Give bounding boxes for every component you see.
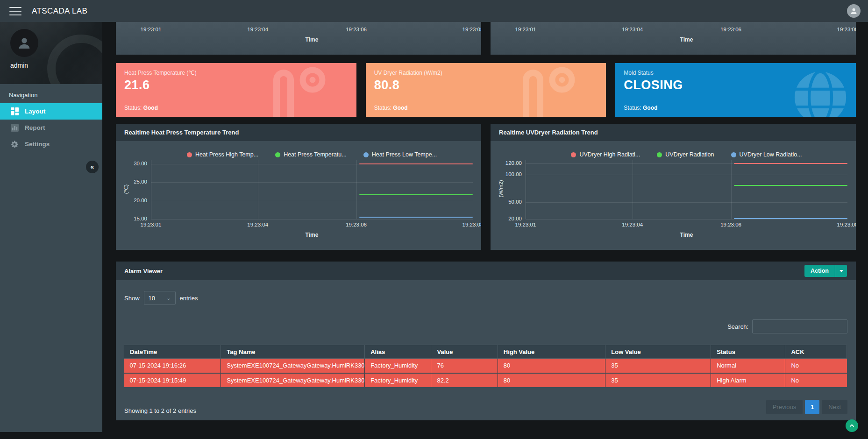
sidebar-collapse-button[interactable]: « <box>86 161 99 173</box>
legend-item[interactable]: Heat Press Low Tempe... <box>363 151 437 158</box>
alarm-cell: Normal <box>711 359 785 373</box>
x-axis-title: Time <box>680 232 693 238</box>
chevron-down-icon: ⌄ <box>166 295 171 301</box>
show-label: Show <box>124 295 140 302</box>
legend-label: UVDryer Radiation <box>665 151 714 158</box>
legend-item[interactable]: UVDryer Low Radiatio... <box>731 151 802 158</box>
trend-panel-title: Realtime Heat Press Temperature Trend <box>124 129 239 136</box>
trend-panel-2: Realtime UVDryer Radiation TrendUVDryer … <box>491 124 856 250</box>
search-input[interactable] <box>752 319 847 333</box>
y-tick-label: 30.00 <box>118 161 147 166</box>
alarm-row[interactable]: 07-15-2024 19:16:26SystemEXE100724_Gatew… <box>124 359 847 373</box>
username: admin <box>10 62 28 69</box>
alarm-cell: High Alarm <box>711 373 785 388</box>
x-axis-title: Time <box>306 232 319 238</box>
sidebar-item-label: Report <box>25 124 45 131</box>
x-tick-label: 19:23:04 <box>247 27 268 32</box>
series-line <box>734 185 847 186</box>
page-size-select[interactable]: 10 ⌄ <box>144 291 176 305</box>
alarm-panel-header: Alarm Viewer Action <box>116 262 856 280</box>
legend-label: UVDryer High Radiati... <box>579 151 640 158</box>
legend-item[interactable]: UVDryer Radiation <box>657 151 714 158</box>
legend-dot <box>363 152 369 157</box>
legend-label: Heat Press High Temp... <box>195 151 258 158</box>
y-gridline <box>526 175 847 175</box>
column-header-tag-name[interactable]: Tag Name <box>221 345 365 359</box>
action-button[interactable]: Action <box>804 265 835 277</box>
alarm-cell: Factory_Humidity <box>365 373 431 388</box>
x-tick-label: 19:23:01 <box>515 27 536 32</box>
y-gridline <box>151 219 473 220</box>
column-header-high-value[interactable]: High Value <box>498 345 605 359</box>
pagination: Previous 1 Next <box>766 400 847 414</box>
sidebar-item-label: Settings <box>25 141 50 148</box>
trend-panel-body: UVDryer High Radiati...UVDryer Radiation… <box>491 141 856 250</box>
trend-panel-1: Realtime Heat Press Temperature TrendHea… <box>116 124 481 250</box>
sidebar-item-layout[interactable]: Layout <box>0 103 102 120</box>
scroll-to-top-button[interactable] <box>846 419 858 432</box>
x-tick-label: 19:23:01 <box>141 27 162 32</box>
x-gridline <box>356 160 357 219</box>
column-header-status[interactable]: Status <box>711 345 785 359</box>
x-tick-label: 19:23:06 <box>346 222 367 227</box>
column-header-low-value[interactable]: Low Value <box>605 345 711 359</box>
action-split-button[interactable]: Action <box>804 265 847 277</box>
column-header-datetime[interactable]: DateTime <box>124 345 221 359</box>
y-axis-title: (W/m2) <box>498 175 504 203</box>
legend-item[interactable]: UVDryer High Radiati... <box>571 151 640 158</box>
status-card-3: Mold StatusCLOSINGStatus: Good <box>615 63 856 117</box>
chart-legend: Heat Press High Temp...Heat Press Temper… <box>151 151 473 158</box>
alarm-cell: 07-15-2024 19:16:26 <box>124 359 221 373</box>
y-tick-label: 100.00 <box>493 171 522 177</box>
column-header-value[interactable]: Value <box>431 345 498 359</box>
y-gridline <box>151 182 473 183</box>
next-page-button[interactable]: Next <box>822 400 847 414</box>
alarm-cell: 07-15-2024 19:15:49 <box>124 373 221 388</box>
y-gridline <box>151 201 473 201</box>
sidebar-item-label: Layout <box>25 108 45 115</box>
sidebar-item-report[interactable]: Report <box>0 120 102 136</box>
search-control: Search: <box>727 319 847 333</box>
action-dropdown-toggle[interactable] <box>835 265 847 277</box>
trend-panel-header: Realtime Heat Press Temperature Trend <box>116 124 481 141</box>
y-tick-label: 15.00 <box>118 216 147 221</box>
legend-label: UVDryer Low Radiatio... <box>740 151 802 158</box>
chart-legend: UVDryer High Radiati...UVDryer Radiation… <box>526 151 847 158</box>
column-header-ack[interactable]: ACK <box>785 345 847 359</box>
alarm-cell: 80 <box>498 359 605 373</box>
x-gridline <box>258 160 258 219</box>
series-line <box>359 217 473 218</box>
page-1-button[interactable]: 1 <box>805 400 819 414</box>
card-title: Mold Status <box>624 70 847 76</box>
alarm-panel-title: Alarm Viewer <box>124 268 163 275</box>
column-header-alias[interactable]: Alias <box>365 345 431 359</box>
user-avatar[interactable] <box>847 4 861 18</box>
series-line <box>359 163 473 164</box>
x-axis-title: Time <box>306 36 319 43</box>
legend-item[interactable]: Heat Press Temperatu... <box>275 151 347 158</box>
search-label: Search: <box>727 323 748 330</box>
legend-dot <box>187 152 192 157</box>
page-size-value: 10 <box>149 295 155 302</box>
x-tick-label: 19:23:04 <box>622 222 643 227</box>
card-status: Status: Good <box>124 105 158 111</box>
series-line <box>734 163 847 164</box>
sidebar-item-settings[interactable]: Settings <box>0 136 102 152</box>
x-tick-label: 19:23:06 <box>720 27 741 32</box>
legend-item[interactable]: Heat Press High Temp... <box>187 151 258 158</box>
previous-page-button[interactable]: Previous <box>766 400 803 414</box>
alarm-cell: SystemEXE100724_GatewayGateway.HumiRK330 <box>221 359 365 373</box>
trend-panel-header: Realtime UVDryer Radiation Trend <box>491 124 856 141</box>
legend-label: Heat Press Low Tempe... <box>372 151 437 158</box>
legend-dot <box>571 152 576 157</box>
alarm-row[interactable]: 07-15-2024 19:15:49SystemEXE100724_Gatew… <box>124 373 847 388</box>
person-icon <box>16 35 32 51</box>
card-title: UV Dryer Radiation (W/m2) <box>374 70 598 76</box>
trend-panel-title: Realtime UVDryer Radiation Trend <box>499 129 598 136</box>
alarm-cell: 82.2 <box>431 373 498 388</box>
x-gridline <box>526 160 526 219</box>
partial-chart-2: 19:23:0119:23:0419:23:0619:23:08Time <box>491 22 856 55</box>
hamburger-menu-icon[interactable] <box>9 7 21 15</box>
x-tick-label: 19:23:08 <box>837 27 856 32</box>
series-line <box>734 218 847 219</box>
